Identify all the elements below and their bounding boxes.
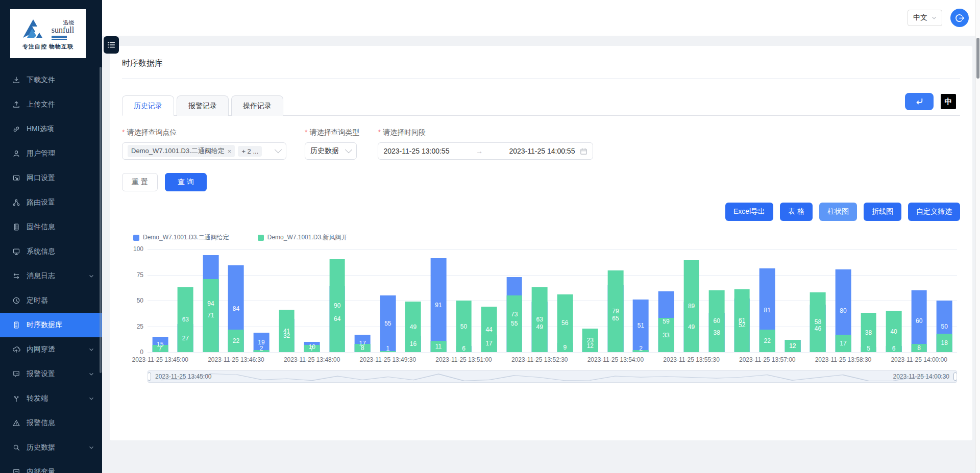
chart-legend: Demo_W7.1001.D3.二通阀给定Demo_W7.1001.D3.新风阀…: [133, 233, 960, 242]
x-axis-tick: 2023-11-25 13:49:30: [360, 356, 416, 363]
language-select[interactable]: 中文: [908, 10, 942, 26]
query-button[interactable]: 查 询: [165, 173, 207, 191]
datazoom-start-label: 2023-11-25 13:45:00: [155, 373, 212, 380]
range-end-value[interactable]: 2023-11-25 14:00:55: [509, 147, 575, 155]
green-bar-value: 8: [917, 344, 921, 352]
bar-group-25: 1212: [780, 249, 805, 352]
green-bar-value: 63: [536, 316, 543, 323]
brand-name-en: sunfull: [52, 26, 74, 35]
sidebar-item-12[interactable]: 报警设置: [0, 362, 102, 386]
green-bar-value: 23: [587, 337, 594, 344]
green-bar-value: 63: [182, 316, 189, 323]
route-icon: [12, 198, 20, 207]
action-button-1[interactable]: 表 格: [780, 203, 813, 221]
sidebar-item-11[interactable]: 内网穿透: [0, 337, 102, 362]
sidebar-item-label: 报警信息: [27, 418, 94, 428]
x-axis-tick: 2023-11-25 13:58:30: [815, 356, 872, 363]
x-axis-tick: 2023-11-25 13:46:30: [208, 356, 264, 363]
sidebar-item-5[interactable]: 路由设置: [0, 190, 102, 215]
upload-icon: [12, 101, 20, 109]
sidebar-item-label: 网口设置: [27, 173, 94, 183]
datazoom-left-handle[interactable]: [148, 372, 151, 381]
sidebar-item-6[interactable]: 固件信息: [0, 215, 102, 239]
blue-bar-value: 84: [233, 305, 239, 312]
sidebar-item-3[interactable]: 用户管理: [0, 141, 102, 166]
green-bar-value: 22: [233, 337, 239, 344]
chart-plot[interactable]: 0255075100157276394718422192324110764901…: [148, 249, 957, 352]
blue-bar-value: 6: [462, 345, 465, 352]
sidebar-item-13[interactable]: 转发端: [0, 386, 102, 411]
green-bar-value: 2: [639, 345, 643, 352]
blue-bar-value: 80: [840, 307, 846, 314]
blue-bar-value: 55: [384, 320, 391, 327]
bar-group-19: 512: [628, 249, 654, 352]
blue-bar-value: 17: [485, 340, 492, 347]
remove-tag-icon[interactable]: ×: [228, 147, 232, 155]
more-points-tag[interactable]: + 2 ...: [238, 146, 262, 157]
blue-bar-value: 27: [182, 335, 189, 342]
sidebar-item-4[interactable]: 网口设置: [0, 166, 102, 190]
x-axis-tick: 2023-11-25 13:57:00: [739, 356, 796, 363]
chevron-down-icon: [345, 146, 352, 153]
gridline: [148, 352, 957, 353]
blue-bar-value: 65: [612, 315, 619, 322]
sidebar-item-0[interactable]: 下载文件: [0, 68, 102, 92]
sidebar-item-label: 路由设置: [27, 198, 94, 207]
language-value: 中文: [913, 13, 927, 22]
sidebar-item-label: 内网穿透: [27, 345, 89, 354]
action-button-2[interactable]: 柱状图: [819, 203, 857, 221]
calendar-icon: [580, 147, 587, 155]
tab-0[interactable]: 历史记录: [122, 95, 174, 116]
tab-2[interactable]: 操作记录: [231, 95, 283, 116]
return-button[interactable]: [905, 93, 934, 110]
sidebar-item-2[interactable]: HMI选项: [0, 117, 102, 141]
legend-item[interactable]: Demo_W7.1001.D3.新风阀开: [258, 233, 348, 242]
green-bar-value: 58: [815, 318, 821, 326]
page-scrollbar-thumb[interactable]: [976, 38, 979, 79]
brand-logo: 迅饶 sunfull 专注自控 物物互联: [10, 9, 86, 58]
green-bar-value: 71: [207, 312, 214, 319]
blue-bar-value: 16: [410, 340, 416, 347]
action-button-4[interactable]: 自定义筛选: [908, 203, 960, 221]
action-button-3[interactable]: 折线图: [864, 203, 901, 221]
datazoom-right-handle[interactable]: [953, 372, 957, 381]
sidebar-item-15[interactable]: 历史数据: [0, 435, 102, 460]
reset-button[interactable]: 重 置: [122, 173, 158, 191]
datazoom-preview: [148, 371, 957, 382]
tsdb-icon: [12, 321, 20, 329]
green-bar-value: 44: [485, 326, 492, 333]
sidebar-item-16[interactable]: 内部变量: [0, 460, 102, 473]
page-scrollbar[interactable]: [975, 0, 980, 473]
sidebar-item-7[interactable]: 系统信息: [0, 239, 102, 264]
green-bar-value: 56: [561, 319, 568, 327]
chinese-toggle-button[interactable]: 中: [941, 94, 956, 109]
sidebar-item-8[interactable]: 消息日志: [0, 264, 102, 288]
point-multiselect[interactable]: Demo_W7.1001.D3.二通阀给定 × + 2 ...: [122, 142, 286, 160]
sidebar-item-10[interactable]: 时序数据库: [0, 313, 102, 337]
bar-group-9: 551: [375, 249, 401, 352]
blue-bar-value: 6: [892, 345, 896, 352]
sidebar-item-1[interactable]: 上传文件: [0, 92, 102, 117]
legend-swatch: [258, 235, 264, 241]
sidebar-collapse-button[interactable]: [104, 36, 119, 54]
legend-item[interactable]: Demo_W7.1001.D3.二通阀给定: [133, 233, 229, 242]
bar-group-8: 178: [350, 249, 376, 352]
range-start-value[interactable]: 2023-11-25 13:00:55: [383, 147, 449, 155]
sidebar-item-label: 内部变量: [27, 467, 94, 473]
green-bar-value: 2: [260, 345, 263, 352]
date-range-picker[interactable]: 2023-11-25 13:00:55 → 2023-11-25 14:00:5…: [378, 142, 593, 160]
logout-avatar-button[interactable]: [950, 9, 969, 27]
sidebar-scrollbar-thumb[interactable]: [100, 67, 102, 373]
blue-bar-value: 91: [435, 302, 442, 309]
datazoom-slider[interactable]: 2023-11-25 13:45:00 2023-11-25 14:00:30: [148, 370, 957, 383]
sidebar-item-14[interactable]: 报警信息: [0, 411, 102, 435]
action-button-0[interactable]: Excel导出: [725, 203, 773, 221]
query-type-select[interactable]: 历史数据: [305, 142, 357, 160]
x-axis-tick: 2023-11-25 13:52:30: [511, 356, 568, 363]
tab-1[interactable]: 报警记录: [177, 95, 229, 116]
bar-group-24: 8122: [755, 249, 780, 352]
sidebar-item-9[interactable]: 定时器: [0, 288, 102, 313]
bar-chart[interactable]: Demo_W7.1001.D3.二通阀给定Demo_W7.1001.D3.新风阀…: [122, 233, 960, 383]
bar-group-16: 956: [552, 249, 578, 352]
y-axis-tick: 50: [137, 297, 143, 304]
